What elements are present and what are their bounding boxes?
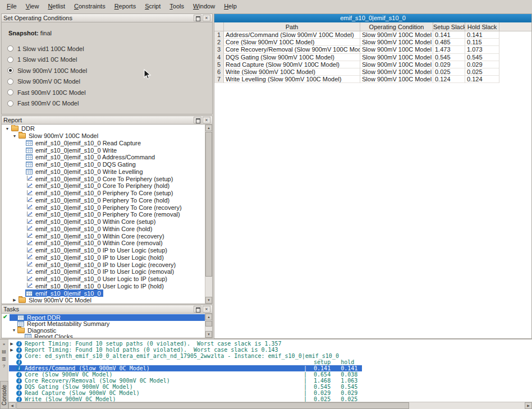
console-tab[interactable]: Console [0, 381, 8, 409]
condition-option[interactable]: 1 Slow vid1 100C Model [2, 43, 212, 54]
report-tree-row[interactable]: emif_s10_0|emif_s10_0 [2, 289, 205, 297]
tree-item[interactable]: emif_s10_0|emif_s10_0 Core To Periphery … [25, 182, 172, 190]
tree-item[interactable]: emif_s10_0|emif_s10_0 Periphery To Core … [25, 197, 172, 204]
radio-button[interactable] [7, 67, 13, 73]
console-line[interactable]: iAddress/Command (Slow 900mV 0C Model)| … [9, 365, 532, 371]
report-tree-row[interactable]: emif_s10_0|emif_s10_0 Address/Command [2, 154, 205, 161]
close-panel-icon[interactable]: × [203, 15, 210, 21]
collapse-arrow-icon[interactable]: ▼ [11, 134, 18, 138]
report-titlebar[interactable]: Report × [2, 116, 212, 125]
tree-item[interactable]: emif_s10_0|emif_s10_0 IP to User Logic (… [25, 261, 178, 268]
tree-item[interactable]: emif_s10_0|emif_s10_0 Within Core (hold) [25, 226, 154, 233]
radio-button[interactable] [7, 79, 13, 85]
console-line[interactable]: i setup hold [9, 359, 532, 365]
column-header-setup-slack[interactable]: Setup Slack [433, 22, 465, 31]
condition-option[interactable]: 1 Slow vid1 0C Model [2, 54, 212, 66]
scroll-left-icon[interactable]: ◀ [8, 402, 16, 409]
scroll-down-icon[interactable]: ▼ [205, 331, 212, 338]
task-row[interactable]: ✔Report DDR [2, 314, 205, 321]
report-tree-row[interactable]: emif_s10_0|emif_s10_0 IP to User Logic (… [2, 268, 205, 275]
menu-reports[interactable]: Reports [110, 1, 141, 11]
menu-tools[interactable]: Tools [165, 1, 189, 11]
table-row[interactable]: 6Write (Slow 900mV 100C Model)Slow 900mV… [214, 68, 531, 76]
console-line[interactable]: iCore (Slow 900mV 0C Model)| 0.654 0.038 [9, 371, 532, 378]
task-row[interactable]: Report Metastability Summary [2, 321, 205, 328]
tree-item[interactable]: emif_s10_0|emif_s10_0 IP to User Logic (… [25, 247, 169, 254]
condition-option[interactable]: Fast 900mV 0C Model [2, 98, 212, 109]
radio-button[interactable] [7, 45, 13, 52]
table-row[interactable]: 5Read Capture (Slow 900mV 100C Model)Slo… [214, 61, 531, 68]
scroll-up-icon[interactable]: ▲ [205, 125, 212, 131]
console-line[interactable]: ▶iReport Timing: Found 10 setup paths (0… [9, 341, 532, 347]
collapse-arrow-icon[interactable]: ▼ [11, 328, 17, 332]
radio-button[interactable] [7, 89, 13, 95]
log-messages-icon[interactable]: ▤ [1, 348, 8, 355]
table-row[interactable]: 7Write Levelling (Slow 900mV 100C Model)… [214, 76, 531, 83]
column-header-hold-slack[interactable]: Hold Slack [465, 22, 499, 31]
tree-item[interactable]: emif_s10_0|emif_s10_0 User Logic to IP (… [25, 283, 166, 290]
report-tree-row[interactable]: emif_s10_0|emif_s10_0 Core To Periphery … [2, 182, 205, 190]
console-line[interactable]: iWrite (Slow 900mV 0C Model)| 0.025 0.02… [9, 396, 532, 402]
menu-help[interactable]: Help [219, 1, 241, 11]
tree-item[interactable]: emif_s10_0|emif_s10_0 Within Core (remov… [25, 240, 165, 247]
scroll-up-icon[interactable]: ▲ [205, 314, 212, 320]
tree-item[interactable]: Slow 900mV 100C Model [18, 132, 100, 140]
condition-option[interactable]: Slow 900mV 0C Model [2, 76, 212, 88]
report-tree-row[interactable]: emif_s10_0|emif_s10_0 IP to User Logic (… [2, 254, 205, 261]
task-row[interactable]: ▼Diagnostic [2, 327, 205, 334]
report-tree-row[interactable]: ▼DDR [2, 125, 205, 132]
table-row[interactable]: 3Core Recovery/Removal (Slow 900mV 100C … [214, 46, 531, 53]
tasks-titlebar[interactable]: Tasks × [2, 305, 212, 314]
expand-arrow-icon[interactable]: ▶ [9, 342, 15, 346]
report-tree-row[interactable]: emif_s10_0|emif_s10_0 Within Core (recov… [2, 232, 205, 240]
scroll-right-icon[interactable]: ▶ [525, 402, 532, 409]
tree-item[interactable]: emif_s10_0|emif_s10_0 Read Capture [25, 140, 143, 147]
float-panel-icon[interactable] [194, 15, 201, 21]
report-tree-row[interactable]: emif_s10_0|emif_s10_0 Within Core (remov… [2, 240, 205, 247]
task-item[interactable]: Report Clocks [10, 334, 205, 338]
float-panel-icon[interactable] [194, 117, 201, 123]
menu-file[interactable]: File [2, 1, 21, 11]
table-row[interactable]: 2Core (Slow 900mV 100C Model)Slow 900mV … [214, 39, 531, 46]
report-tree-row[interactable]: emif_s10_0|emif_s10_0 Write [2, 146, 205, 154]
task-row[interactable]: Report Clocks [2, 334, 205, 338]
tasks-scrollbar[interactable]: ▲ ▼ [205, 314, 212, 338]
tree-item[interactable]: emif_s10_0|emif_s10_0 Core To Periphery … [25, 175, 175, 182]
table-row[interactable]: 4DQS Gating (Slow 900mV 100C Model)Slow … [214, 54, 531, 61]
console-line[interactable]: iDQS Gating (Slow 900mV 0C Model)| 0.545… [9, 384, 532, 390]
scroll-thumb[interactable] [205, 132, 212, 277]
tree-item[interactable]: emif_s10_0|emif_s10_0 DQS Gating [25, 161, 138, 168]
help-icon[interactable]: ? [1, 363, 8, 370]
report-tree-row[interactable]: emif_s10_0|emif_s10_0 Periphery To Core … [2, 190, 205, 197]
report-tree-row[interactable]: emif_s10_0|emif_s10_0 Write Levelling [2, 168, 205, 176]
tree-item[interactable]: Slow 900mV 0C Model [18, 297, 94, 304]
tree-item[interactable]: emif_s10_0|emif_s10_0 Periphery To Core … [25, 204, 184, 211]
scroll-thumb[interactable] [16, 402, 409, 409]
condition-option[interactable]: Fast 900mV 100C Model [2, 87, 212, 98]
tree-item[interactable]: emif_s10_0|emif_s10_0 Address/Command [25, 154, 157, 161]
report-tree-row[interactable]: emif_s10_0|emif_s10_0 Within Core (setup… [2, 218, 205, 226]
tree-item[interactable]: emif_s10_0|emif_s10_0 [25, 289, 103, 297]
report-tree-row[interactable]: emif_s10_0|emif_s10_0 IP to User Logic (… [2, 261, 205, 268]
tree-item[interactable]: emif_s10_0|emif_s10_0 IP to User Logic (… [25, 254, 166, 261]
report-tree-row[interactable]: ▶Slow 900mV 0C Model [2, 297, 205, 304]
tree-item[interactable]: emif_s10_0|emif_s10_0 Within Core (recov… [25, 232, 167, 240]
collapse-arrow-icon[interactable]: ▼ [4, 127, 11, 131]
report-tree-row[interactable]: ▼Slow 900mV 100C Model [2, 132, 205, 140]
save-output-icon[interactable]: ▥ [1, 356, 8, 362]
radio-button[interactable] [7, 57, 13, 63]
condition-option[interactable]: Slow 900mV 100C Model [2, 65, 212, 76]
tree-item[interactable]: DDR [11, 125, 37, 132]
column-header-operating-condition[interactable]: Operating Condition [360, 22, 433, 31]
report-tree-row[interactable]: emif_s10_0|emif_s10_0 User Logic to IP (… [2, 283, 205, 290]
tree-item[interactable]: emif_s10_0|emif_s10_0 Within Core (setup… [25, 218, 158, 226]
tree-item[interactable]: emif_s10_0|emif_s10_0 Write [25, 146, 119, 154]
tree-item[interactable]: emif_s10_0|emif_s10_0 Periphery To Core … [25, 190, 175, 197]
close-panel-icon[interactable]: × [203, 117, 210, 123]
table-row[interactable]: 1Address/Command (Slow 900mV 100C Model)… [214, 31, 531, 39]
tree-item[interactable]: emif_s10_0|emif_s10_0 User Logic to IP (… [25, 275, 169, 283]
expand-arrow-icon[interactable]: ▶ [9, 348, 15, 352]
menu-constraints[interactable]: Constraints [70, 1, 110, 11]
menu-script[interactable]: Script [140, 1, 165, 11]
radio-button[interactable] [7, 100, 13, 107]
